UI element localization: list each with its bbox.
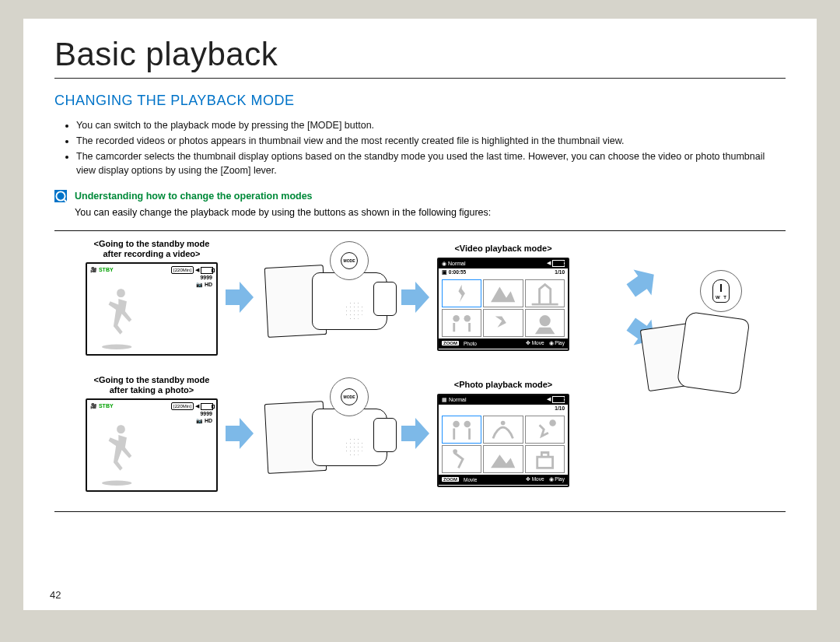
section-heading: CHANGING THE PLAYBACK MODE bbox=[54, 93, 786, 109]
skateboarder-icon bbox=[100, 421, 142, 487]
diagram-row-video: <Going to the standby mode after recordi… bbox=[86, 239, 569, 356]
arrow-right-icon bbox=[224, 416, 255, 451]
thumbnail[interactable] bbox=[525, 279, 565, 307]
zoom-t-label: T bbox=[723, 295, 726, 300]
time-remaining: [220Min] bbox=[171, 266, 194, 274]
note-block: Understanding how to change the operatio… bbox=[54, 189, 786, 219]
stby-indicator: STBY bbox=[99, 267, 114, 272]
video-playback-label: <Video playback mode> bbox=[437, 244, 569, 254]
page-number: 42 bbox=[50, 589, 61, 601]
svg-rect-12 bbox=[537, 457, 552, 468]
zoom-target: Movie bbox=[464, 477, 477, 482]
normal-label: Normal bbox=[448, 261, 466, 266]
video-playback-screen: ◉ Normal ◀ ▣ 0:00:55 1/10 bbox=[437, 258, 569, 351]
photo-count: 9999 bbox=[196, 274, 212, 281]
svg-point-6 bbox=[102, 481, 131, 486]
photo-playback-screen: ▦ Normal ◀ 1/10 bbox=[437, 394, 569, 487]
zoom-target: Photo bbox=[464, 341, 477, 346]
info-icon bbox=[54, 190, 67, 202]
bullet-list: You can switch to the playback mode by p… bbox=[54, 118, 786, 178]
arrow-right-icon bbox=[400, 280, 431, 314]
play-label: Play bbox=[555, 476, 565, 482]
svg-point-10 bbox=[549, 419, 556, 426]
bullet-item: The camcorder selects the thumbnail disp… bbox=[76, 149, 786, 177]
bullet-item: The recorded videos or photos appears in… bbox=[76, 134, 786, 148]
note-subheading: Understanding how to change the operatio… bbox=[75, 189, 786, 203]
photo-playback-label: <Photo playback mode> bbox=[437, 380, 569, 390]
svg-point-9 bbox=[501, 420, 506, 425]
diagram-area: <Going to the standby mode after recordi… bbox=[54, 230, 786, 512]
timecode: 0:00:55 bbox=[449, 269, 466, 275]
svg-point-5 bbox=[539, 315, 550, 326]
zoom-tag: ZOOM bbox=[442, 477, 459, 482]
svg-line-1 bbox=[65, 199, 67, 202]
svg-point-0 bbox=[56, 191, 65, 200]
arrow-right-icon bbox=[224, 280, 255, 314]
skateboarder-icon bbox=[100, 285, 142, 351]
thumbnail[interactable] bbox=[442, 309, 481, 337]
svg-point-7 bbox=[453, 420, 460, 427]
play-label: Play bbox=[555, 340, 565, 346]
manual-page: Basic playback CHANGING THE PLAYBACK MOD… bbox=[23, 19, 817, 610]
time-remaining: [220Min] bbox=[171, 402, 194, 410]
standby-video-screen: 🎥 STBY [220Min] ◀ 9999 📷 HD bbox=[86, 262, 218, 356]
svg-point-4 bbox=[464, 315, 471, 322]
camcorder-illustration: MODE bbox=[261, 387, 394, 480]
zoom-w-label: W bbox=[716, 295, 720, 300]
zoom-lever-diagram: W T bbox=[636, 272, 754, 489]
quality-badge: HD bbox=[205, 418, 212, 423]
thumbnail[interactable] bbox=[525, 416, 565, 444]
move-label: Move bbox=[532, 476, 544, 482]
mode-button-callout: MODE bbox=[330, 377, 369, 416]
thumb-counter: 1/10 bbox=[555, 405, 565, 413]
standby-video-label: <Going to the standby mode after recordi… bbox=[86, 239, 218, 259]
arrow-right-icon bbox=[400, 416, 431, 451]
zoom-tag: ZOOM bbox=[442, 341, 459, 346]
zoom-lever[interactable]: W T bbox=[712, 279, 730, 303]
mode-button[interactable]: MODE bbox=[341, 252, 358, 269]
stby-indicator: STBY bbox=[99, 403, 114, 409]
quality-badge: HD bbox=[205, 282, 212, 287]
thumbnail-selected[interactable] bbox=[442, 279, 481, 307]
thumb-counter: 1/10 bbox=[555, 269, 565, 277]
move-label: Move bbox=[532, 340, 544, 346]
standby-photo-label: <Going to the standby mode after taking … bbox=[86, 375, 218, 395]
svg-point-3 bbox=[453, 315, 460, 322]
svg-point-2 bbox=[102, 345, 131, 349]
thumbnail[interactable] bbox=[525, 309, 565, 337]
thumbnail[interactable] bbox=[442, 445, 481, 473]
bullet-item: You can switch to the playback mode by p… bbox=[76, 118, 786, 132]
thumbnail[interactable] bbox=[483, 416, 523, 444]
thumbnail[interactable] bbox=[483, 279, 523, 307]
camcorder-illustration: MODE bbox=[261, 251, 394, 344]
photo-count: 9999 bbox=[196, 410, 212, 417]
normal-label: Normal bbox=[449, 397, 467, 402]
note-body-text: You can easily change the playback mode … bbox=[75, 205, 786, 219]
thumbnail-selected[interactable] bbox=[442, 416, 481, 444]
zoom-lever-callout: W T bbox=[700, 270, 742, 312]
thumbnail[interactable] bbox=[525, 445, 565, 473]
svg-point-8 bbox=[464, 420, 471, 427]
mode-button-callout: MODE bbox=[330, 241, 369, 280]
thumbnail[interactable] bbox=[483, 309, 523, 337]
mode-button[interactable]: MODE bbox=[341, 388, 358, 405]
page-title: Basic playback bbox=[54, 36, 786, 79]
standby-photo-screen: 🎥 STBY [220Min] ◀ 9999 📷 HD bbox=[86, 398, 218, 492]
thumbnail[interactable] bbox=[483, 445, 523, 473]
svg-point-11 bbox=[453, 449, 457, 454]
diagram-row-photo: <Going to the standby mode after taking … bbox=[86, 375, 569, 492]
